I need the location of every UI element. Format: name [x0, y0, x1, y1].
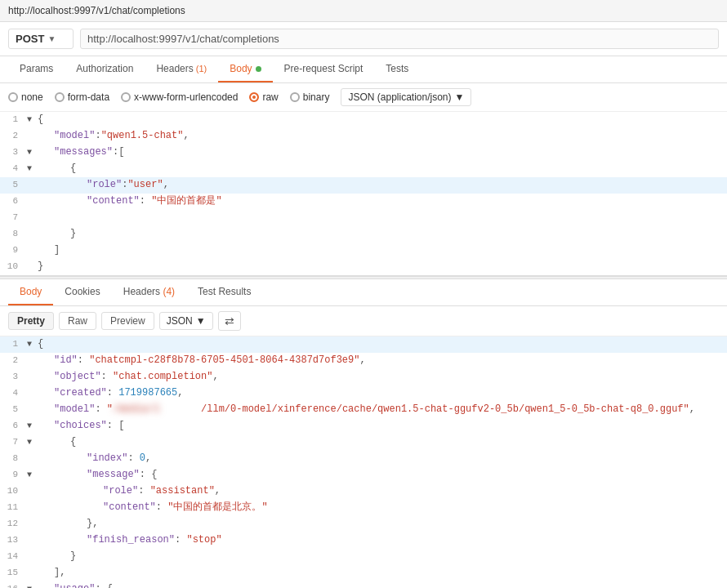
- resp-line-4: 4 "created": 1719987665,: [0, 385, 727, 402]
- response-format-bar: Pretty Raw Preview JSON ▼ ⇄: [0, 306, 727, 336]
- resp-line-7: 7 ▼ {: [0, 434, 727, 451]
- response-tabs-bar: Body Cookies Headers (4) Test Results: [0, 279, 727, 306]
- collapse-arrow-1[interactable]: ▼: [25, 112, 34, 127]
- resp-line-10: 10 "role": "assistant",: [0, 483, 727, 500]
- body-options: none form-data x-www-form-urlencoded raw…: [0, 83, 727, 112]
- url-input[interactable]: [80, 29, 719, 49]
- option-none[interactable]: none: [8, 91, 43, 103]
- json-format-arrow-icon: ▼: [196, 315, 206, 327]
- req-line-7: 7: [0, 210, 727, 226]
- request-code-editor[interactable]: 1 ▼ { 2 "model":"qwen1.5-chat", 3 ▼ "mes…: [0, 112, 727, 275]
- resp-line-8: 8 "index": 0,: [0, 451, 727, 467]
- json-type-select[interactable]: JSON (application/json) ▼: [341, 88, 471, 106]
- resp-collapse-7[interactable]: ▼: [25, 434, 34, 449]
- format-raw-btn[interactable]: Raw: [59, 312, 96, 330]
- radio-x-www: [121, 92, 131, 102]
- resp-tab-headers[interactable]: Headers (4): [112, 279, 186, 305]
- radio-none: [8, 92, 18, 102]
- method-arrow-icon: ▼: [47, 34, 56, 43]
- req-line-8: 8 }: [0, 226, 727, 243]
- tab-tests[interactable]: Tests: [374, 56, 420, 82]
- response-code-editor[interactable]: 1 ▼ { 2 "id": "chatcmpl-c28f8b78-6705-45…: [0, 336, 727, 588]
- json-type-arrow-icon: ▼: [455, 91, 465, 103]
- wrap-btn[interactable]: ⇄: [218, 311, 241, 331]
- option-binary[interactable]: binary: [290, 91, 330, 103]
- resp-line-6: 6 ▼ "choices": [: [0, 418, 727, 434]
- req-line-6: 6 "content": "中国的首都是": [0, 194, 727, 210]
- radio-raw: [249, 92, 259, 102]
- resp-line-16: 16 ▼ "usage": {: [0, 581, 727, 588]
- resp-line-15: 15 ],: [0, 565, 727, 581]
- resp-collapse-16[interactable]: ▼: [25, 581, 34, 588]
- req-line-10: 10 }: [0, 259, 727, 275]
- resp-collapse-1[interactable]: ▼: [25, 336, 34, 351]
- method-label: POST: [16, 33, 44, 45]
- format-preview-btn[interactable]: Preview: [101, 312, 154, 330]
- resp-line-14: 14 }: [0, 549, 727, 565]
- json-format-select[interactable]: JSON ▼: [159, 312, 213, 330]
- tab-body[interactable]: Body: [218, 56, 272, 82]
- req-line-1: 1 ▼ {: [0, 112, 727, 128]
- resp-line-12: 12 },: [0, 516, 727, 532]
- request-tabs-bar: Params Authorization Headers (1) Body Pr…: [0, 56, 727, 83]
- resp-tab-body[interactable]: Body: [8, 279, 53, 305]
- req-line-5: 5 "role":"user",: [0, 177, 727, 194]
- url-bar: POST ▼: [0, 22, 727, 56]
- collapse-arrow-3[interactable]: ▼: [25, 145, 34, 159]
- tab-headers[interactable]: Headers (1): [145, 56, 218, 82]
- option-form-data[interactable]: form-data: [55, 91, 109, 103]
- resp-collapse-6[interactable]: ▼: [25, 418, 34, 433]
- resp-tab-test-results[interactable]: Test Results: [186, 279, 262, 305]
- req-line-4: 4 ▼ {: [0, 161, 727, 177]
- tab-params[interactable]: Params: [8, 56, 65, 82]
- radio-form-data: [55, 92, 65, 102]
- resp-line-1: 1 ▼ {: [0, 336, 727, 353]
- collapse-arrow-4[interactable]: ▼: [25, 161, 34, 176]
- req-line-3: 3 ▼ "messages":[: [0, 145, 727, 161]
- address-bar-url: http://localhost:9997/v1/chat/completion…: [8, 5, 185, 16]
- resp-line-2: 2 "id": "chatcmpl-c28f8b78-6705-4501-806…: [0, 353, 727, 369]
- resp-tab-cookies[interactable]: Cookies: [53, 279, 111, 305]
- resp-collapse-9[interactable]: ▼: [25, 467, 34, 482]
- resp-line-3: 3 "object": "chat.completion",: [0, 369, 727, 385]
- body-dot: [256, 66, 261, 72]
- req-line-9: 9 ]: [0, 243, 727, 259]
- format-pretty-btn[interactable]: Pretty: [8, 312, 54, 330]
- resp-line-5: 5 "model": "/media/1 /llm/0-model/xinfer…: [0, 402, 727, 418]
- method-select[interactable]: POST ▼: [8, 29, 74, 49]
- resp-line-9: 9 ▼ "message": {: [0, 467, 727, 483]
- option-raw[interactable]: raw: [249, 91, 278, 103]
- response-section: Body Cookies Headers (4) Test Results Pr…: [0, 279, 727, 588]
- tab-authorization[interactable]: Authorization: [65, 56, 145, 82]
- tab-pre-request[interactable]: Pre-request Script: [273, 56, 375, 82]
- address-bar: http://localhost:9997/v1/chat/completion…: [0, 0, 727, 22]
- request-section: POST ▼ Params Authorization Headers (1) …: [0, 22, 727, 276]
- resp-line-13: 13 "finish_reason": "stop": [0, 532, 727, 549]
- option-x-www[interactable]: x-www-form-urlencoded: [121, 91, 238, 103]
- radio-binary: [290, 92, 300, 102]
- resp-line-11: 11 "content": "中国的首都是北京。": [0, 500, 727, 516]
- req-line-2: 2 "model":"qwen1.5-chat",: [0, 128, 727, 145]
